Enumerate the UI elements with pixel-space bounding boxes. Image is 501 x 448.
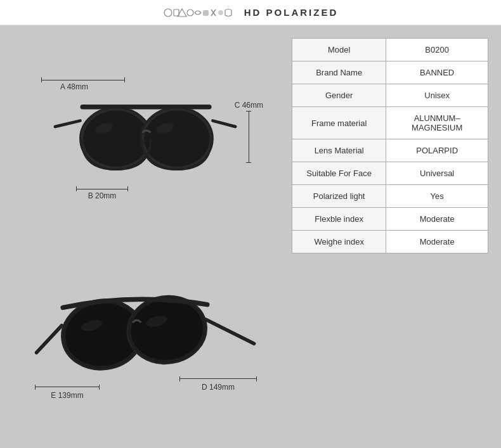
spec-label: Brand Name xyxy=(292,61,386,84)
table-row: Brand NameBANNED xyxy=(292,61,488,84)
decorative-icons xyxy=(163,7,239,18)
svg-point-3 xyxy=(187,10,193,16)
dim-a-label: A 48mm xyxy=(60,82,88,91)
specs-table: ModelB0200Brand NameBANNEDGenderUnisexFr… xyxy=(292,38,488,253)
glasses-front-svg xyxy=(44,85,247,186)
spec-value: BANNED xyxy=(386,61,488,84)
spec-label: Suitable For Face xyxy=(292,162,386,185)
spec-label: Model xyxy=(292,39,386,61)
spec-value: Yes xyxy=(386,185,488,208)
svg-point-5 xyxy=(218,10,223,15)
table-row: ModelB0200 xyxy=(292,39,488,61)
table-row: Flexble indexModerate xyxy=(292,208,488,231)
spec-value: ALUNMUM–MAGNESIUM xyxy=(386,107,488,139)
svg-point-10 xyxy=(144,111,210,167)
spec-value: Universal xyxy=(386,162,488,185)
table-row: Weighe indexModerate xyxy=(292,231,488,253)
spec-value: Unisex xyxy=(386,84,488,107)
svg-point-8 xyxy=(83,111,149,167)
header-icons xyxy=(163,7,239,18)
header-title: HD POLARIZED xyxy=(244,7,339,18)
right-panel: ModelB0200Brand NameBANNEDGenderUnisexFr… xyxy=(292,38,488,435)
table-row: Lens MaterialPOLARPID xyxy=(292,139,488,162)
dim-b-label: B 20mm xyxy=(88,191,117,200)
glasses-top: A 48mm C 46mm xyxy=(25,66,266,205)
svg-point-0 xyxy=(164,9,172,16)
table-row: GenderUnisex xyxy=(292,84,488,107)
table-row: Frame materialALUNMUM–MAGNESIUM xyxy=(292,107,488,139)
spec-value: Moderate xyxy=(386,231,488,253)
svg-rect-6 xyxy=(80,105,211,110)
header-content: HD POLARIZED xyxy=(163,7,339,18)
table-row: Suitable For FaceUniversal xyxy=(292,162,488,185)
spec-label: Gender xyxy=(292,84,386,107)
spec-label: Weighe index xyxy=(292,231,386,253)
spec-label: Flexble index xyxy=(292,208,386,231)
spec-label: Frame material xyxy=(292,107,386,139)
spec-value: POLARPID xyxy=(386,139,488,162)
dim-c-label: C 46mm xyxy=(235,101,263,110)
spec-label: Lens Material xyxy=(292,139,386,162)
dim-d-label: D 149mm xyxy=(202,383,235,392)
table-row: Polarized lightYes xyxy=(292,185,488,208)
left-panel: A 48mm C 46mm xyxy=(13,38,279,435)
spec-value: Moderate xyxy=(386,208,488,231)
dim-e-label: E 139mm xyxy=(51,391,83,400)
header: HD POLARIZED xyxy=(0,0,501,25)
glasses-bottom: E 139mm D 149mm xyxy=(25,262,266,407)
product-area: A 48mm C 46mm xyxy=(13,38,488,435)
spec-label: Polarized light xyxy=(292,185,386,208)
main-content: A 48mm C 46mm xyxy=(0,25,501,448)
svg-rect-4 xyxy=(203,10,209,16)
spec-value: B0200 xyxy=(386,39,488,61)
